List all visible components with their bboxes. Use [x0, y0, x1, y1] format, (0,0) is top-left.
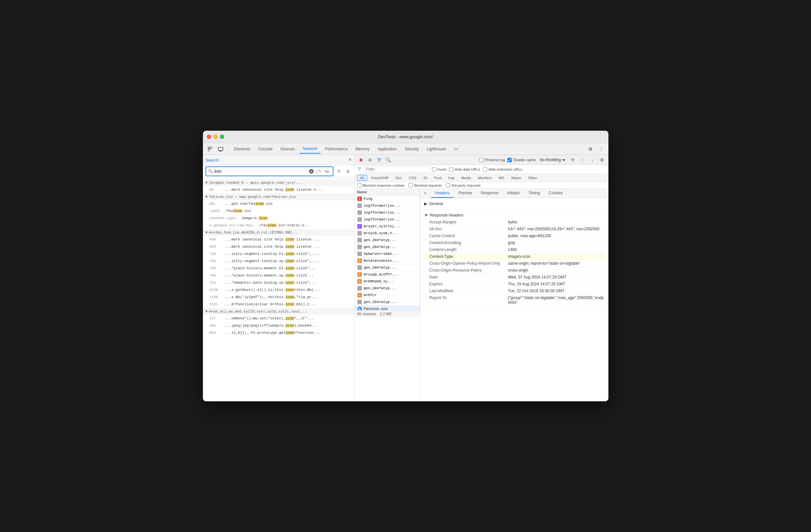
search-network-btn[interactable]: 🔍	[385, 156, 392, 163]
disable-cache-check[interactable]	[507, 158, 512, 162]
refresh-search-btn[interactable]: ↻	[335, 168, 342, 175]
type-btn-font[interactable]: Font	[431, 175, 444, 181]
throttle-select[interactable]: No throttling	[539, 157, 566, 162]
upload-icon-btn[interactable]: ↑	[579, 156, 586, 163]
result-item[interactable]: 729 ...ivity-segment-tooltip.hl-icon-cli…	[203, 250, 354, 257]
result-item[interactable]: URL ...gle.com/favicon.ico	[203, 200, 354, 207]
result-group-2[interactable]: ▼ favicon.ico — www.google.com/favicon.i…	[203, 193, 354, 200]
filter-input[interactable]	[366, 167, 427, 172]
net-item-favicon[interactable]: G favicon.ico	[355, 306, 419, 310]
tab-preview[interactable]: Preview	[454, 189, 476, 198]
tab-response[interactable]: Response	[477, 189, 503, 198]
net-item[interactable]: gen_204?atyp...	[355, 299, 419, 306]
tab-application[interactable]: Application	[374, 144, 400, 154]
net-item[interactable]: ↻ m=syg9,aLUfP?...	[355, 271, 419, 278]
wifi-icon-btn[interactable]	[569, 156, 576, 163]
clear-search-btn[interactable]: ⊘	[345, 168, 352, 175]
type-btn-img[interactable]: Img	[445, 175, 457, 181]
net-item[interactable]: gen_204?atyp...	[355, 237, 419, 244]
net-item[interactable]: gen_204?atyp...	[355, 264, 419, 271]
blocked-requests-check[interactable]	[409, 183, 413, 187]
net-item[interactable]: ✓ m=syk7,sylc?xj...	[355, 223, 419, 230]
tab-cookies[interactable]: Cookies	[545, 189, 567, 198]
type-btn-other[interactable]: Other	[525, 175, 540, 181]
filter-icon-btn[interactable]	[376, 156, 383, 163]
response-headers-header[interactable]: ▼ Response Headers	[424, 212, 605, 219]
tab-headers[interactable]: Headers	[431, 189, 454, 198]
maximize-button[interactable]	[220, 135, 224, 139]
type-btn-manifest[interactable]: Manifest	[475, 175, 495, 181]
result-item[interactable]: 2150 ...s.getRoot().el(),a);this.icon=th…	[203, 286, 354, 294]
device-toolbar-btn[interactable]	[216, 144, 225, 154]
net-item[interactable]: hpba?vet=10ah...	[355, 251, 419, 257]
net-item[interactable]: log?format=jso...	[355, 202, 419, 209]
result-item[interactable]: 754 ..."semantic-path-dialog.sp-icon-cli…	[203, 279, 354, 286]
search-input[interactable]	[214, 169, 308, 174]
result-item[interactable]: 404 ...jpeg|jpg|png|tiff|webp|x-icon);ba…	[203, 322, 354, 329]
result-item[interactable]: 80 ...mark canonical cite help icon lice…	[203, 186, 354, 193]
minimize-button[interactable]	[213, 135, 218, 139]
net-item[interactable]: gen_204?atyp...	[355, 285, 419, 292]
tab-initiator[interactable]: Initiator	[503, 189, 524, 198]
result-group-1[interactable]: ▼ cb=gapi.loaded_0 — apis.google.com/_sc…	[203, 179, 354, 186]
result-group-4[interactable]: ▼ m=sb_wiz,aa,abd,sy12d,sytt,sytp,sy12c,…	[203, 308, 354, 315]
net-item[interactable]: m=syv9,syv8,V...	[355, 230, 419, 237]
search-clear-btn[interactable]: ✕	[309, 169, 314, 174]
tab-sources[interactable]: Sources	[277, 144, 298, 154]
download-icon-btn[interactable]: ↓	[589, 156, 596, 163]
hide-data-urls-check[interactable]	[449, 167, 453, 172]
tab-security[interactable]: Security	[401, 144, 422, 154]
invert-check[interactable]	[432, 167, 436, 172]
tab-more[interactable]: >>	[450, 144, 462, 154]
network-settings-btn[interactable]: ⚙	[599, 156, 606, 163]
search-close-btn[interactable]: ×	[349, 157, 351, 163]
tab-network[interactable]: Network	[300, 144, 321, 154]
record-btn[interactable]: ⏺	[357, 156, 365, 163]
tab-lighthouse[interactable]: Lighthouse	[424, 144, 449, 154]
net-item[interactable]: log?format=jso...	[355, 209, 419, 216]
result-group-3[interactable]: ▼ m=cdos,hsm,jsa,mb4ZUb,d,csi,cEt90b,SNU…	[203, 229, 354, 236]
type-btn-media[interactable]: Media	[458, 175, 474, 181]
net-item[interactable]: ↻ RotateCookies...	[355, 257, 419, 264]
type-btn-js[interactable]: JS	[420, 175, 430, 181]
more-options-btn[interactable]: ⋮	[597, 144, 606, 154]
detail-close-btn[interactable]: ×	[423, 189, 428, 198]
tab-console[interactable]: Console	[255, 144, 276, 154]
net-item[interactable]: log?format=jso...	[355, 216, 419, 223]
result-item[interactable]: 460 ...mark canonical cite help icon lic…	[203, 243, 354, 250]
blocked-cookies-check[interactable]	[357, 183, 362, 187]
tab-timing[interactable]: Timing	[524, 189, 544, 198]
result-item[interactable]: 2151 ...d=function(a){var b=this.icon.Eb…	[203, 301, 354, 308]
regex-toggle-btn[interactable]: (.*)	[315, 168, 322, 175]
type-btn-ws[interactable]: WS	[495, 175, 507, 181]
tab-elements[interactable]: Elements	[231, 144, 254, 154]
inspect-element-btn[interactable]	[205, 144, 215, 154]
case-sensitive-btn[interactable]: Aa	[323, 168, 331, 175]
result-item[interactable]: 450 ...mark canonical cite help icon lic…	[203, 236, 354, 243]
result-item[interactable]: content-type: image/x-icon	[203, 215, 354, 222]
result-item[interactable]: 117 ...nDReve"));Bw.set("select_icon",_J…	[203, 315, 354, 322]
tab-performance[interactable]: Performance	[322, 144, 351, 154]
result-item[interactable]: :path /favicon.ico	[203, 207, 354, 215]
result-item[interactable]: 750 ..."place-history-moment.sp-icon-cli…	[203, 272, 354, 279]
hide-ext-urls-check[interactable]	[483, 167, 487, 172]
result-item[interactable]: 955 ...is,6}};_.fs.prototype.geticon=fun…	[203, 329, 354, 337]
result-item[interactable]: 729 ...ivity-segment-tooltip.sp-icon-cli…	[203, 257, 354, 265]
net-item[interactable]: gen_204?atyp...	[355, 244, 419, 251]
third-party-check[interactable]	[446, 183, 450, 187]
net-item[interactable]: ↻ m=hfcr	[355, 292, 419, 299]
type-btn-fetch-xhr[interactable]: Fetch/XHR	[368, 175, 392, 181]
general-section-header[interactable]: ▶ General	[424, 200, 605, 207]
type-btn-doc[interactable]: Doc	[393, 175, 405, 181]
tab-memory[interactable]: Memory	[352, 144, 373, 154]
type-btn-wasm[interactable]: Wasm	[508, 175, 524, 181]
clear-btn[interactable]: ⊘	[367, 156, 374, 163]
close-button[interactable]	[207, 135, 211, 139]
preserve-log-check[interactable]	[479, 158, 484, 162]
result-item[interactable]: x-google-scs-row-key: /favicon.ico:stati…	[203, 222, 354, 229]
type-btn-all[interactable]: All	[357, 175, 367, 181]
net-item[interactable]: ↻ m=kMFpHd,sy...	[355, 278, 419, 285]
settings-btn[interactable]: ⚙	[586, 144, 595, 154]
result-item[interactable]: 750 ..."place-history-moment.hl-icon-cli…	[203, 265, 354, 272]
type-btn-css[interactable]: CSS	[406, 175, 419, 181]
